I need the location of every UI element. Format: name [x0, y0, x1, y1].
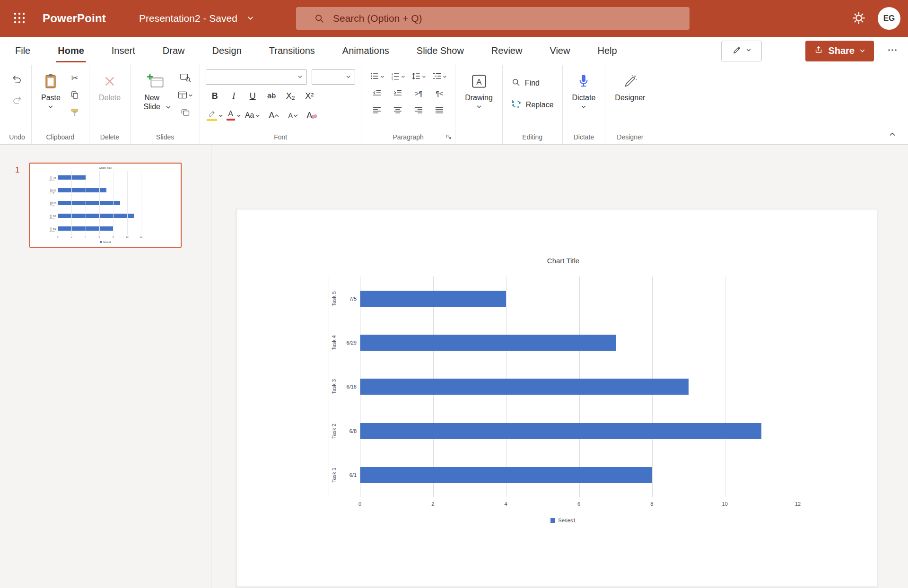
x-axis-tick-label: 8: [113, 235, 114, 238]
chart-title[interactable]: Chart Title: [329, 257, 798, 265]
tab-help[interactable]: Help: [595, 37, 619, 65]
justify-button[interactable]: [429, 104, 449, 118]
thumbnail-bar-row: Task 57/5: [30, 171, 181, 184]
numbering-button[interactable]: ​123: [388, 69, 408, 84]
multilevel-list-button[interactable]: [429, 69, 449, 84]
tab-draw[interactable]: Draw: [161, 37, 187, 65]
format-painter-button[interactable]: [66, 105, 83, 121]
chart-bar[interactable]: [360, 423, 761, 439]
x-axis-tick-label: 2: [71, 235, 72, 238]
x-axis-tick-label: 6: [99, 235, 100, 238]
rtl-paragraph-button[interactable]: ¶<: [429, 86, 449, 101]
slide-canvas[interactable]: Chart Title Task 57/5Task 46/29Task 36/1…: [236, 209, 877, 587]
superscript-button[interactable]: X²: [300, 88, 318, 104]
shrink-font-button[interactable]: A: [281, 107, 299, 123]
increase-indent-button[interactable]: [388, 86, 408, 101]
align-left-button[interactable]: [367, 104, 387, 118]
slide-thumbnail[interactable]: Chart Title Task 57/5Task 46/29Task 36/1…: [29, 163, 182, 248]
thumbnail-legend: Series1: [30, 241, 181, 243]
designer-label: Designer: [615, 94, 645, 103]
thumbnail-chart-title: Chart Title: [30, 166, 181, 169]
more-options-button[interactable]: [882, 41, 903, 61]
chart-bar[interactable]: [360, 335, 616, 351]
tab-slide-show[interactable]: Slide Show: [415, 37, 466, 65]
gridline: [798, 277, 798, 497]
new-slide-button[interactable]: New Slide: [136, 69, 175, 112]
date-axis-label: 6/1: [349, 472, 357, 478]
chart-bar[interactable]: [360, 291, 506, 307]
document-title[interactable]: Presentation2 - Saved: [139, 13, 254, 24]
legend-swatch: [550, 518, 555, 523]
chart-bar[interactable]: [360, 379, 689, 395]
app-header: PowerPoint Presentation2 - Saved EG: [0, 0, 908, 37]
clear-formatting-button[interactable]: A: [300, 107, 318, 123]
find-button[interactable]: Find: [508, 73, 557, 93]
ltr-paragraph-button[interactable]: >¶: [409, 86, 428, 101]
drawing-button[interactable]: A Drawing: [461, 69, 497, 112]
align-right-button[interactable]: [409, 104, 428, 118]
align-center-button[interactable]: [388, 104, 408, 118]
tab-home[interactable]: Home: [56, 37, 86, 65]
shrink-font-letter: A: [288, 112, 293, 119]
highlight-color-button[interactable]: [206, 107, 224, 123]
italic-button[interactable]: I: [225, 88, 243, 104]
line-spacing-button[interactable]: [409, 69, 428, 84]
tab-insert[interactable]: Insert: [110, 37, 137, 65]
app-launcher-button[interactable]: [8, 7, 31, 30]
paste-button[interactable]: Paste: [37, 69, 64, 112]
underline-button[interactable]: U: [244, 88, 262, 104]
chart-object[interactable]: Chart Title Task 57/5Task 46/29Task 36/1…: [329, 257, 802, 531]
duplicate-slide-icon: [181, 108, 190, 118]
subscript-button[interactable]: X₂: [281, 88, 299, 104]
reuse-slides-button[interactable]: [177, 70, 194, 86]
cut-button[interactable]: ✂: [66, 70, 83, 86]
date-axis-label: 7/5: [51, 176, 56, 179]
duplicate-slide-button[interactable]: [177, 105, 194, 121]
tab-animations[interactable]: Animations: [340, 37, 391, 65]
justify-icon: [435, 105, 444, 116]
account-avatar[interactable]: EG: [878, 7, 900, 30]
tab-file[interactable]: File: [13, 37, 32, 65]
settings-button[interactable]: [847, 6, 871, 31]
search-input[interactable]: [296, 7, 690, 30]
collapse-ribbon-button[interactable]: [885, 129, 899, 140]
chevron-down-icon: [380, 73, 384, 80]
strikethrough-button[interactable]: ab: [262, 88, 280, 104]
dictate-label: Dictate: [572, 94, 596, 103]
chevron-down-icon: [188, 92, 193, 99]
bullets-button[interactable]: [367, 69, 387, 84]
legend-label: Series1: [103, 241, 111, 243]
tab-review[interactable]: Review: [489, 37, 524, 65]
bold-button[interactable]: B: [206, 88, 224, 104]
replace-button[interactable]: ba Replace: [508, 95, 557, 115]
redo-button[interactable]: [9, 93, 26, 108]
share-button[interactable]: Share: [805, 41, 874, 61]
thumbnail-chart: Chart Title Task 57/5Task 46/29Task 36/1…: [30, 164, 181, 247]
change-case-button[interactable]: Aa: [244, 107, 262, 123]
slide-layout-button[interactable]: [177, 88, 194, 103]
x-axis-tick-label: 2: [431, 501, 434, 507]
caret-up-icon: [274, 110, 279, 120]
dictate-button[interactable]: Dictate: [568, 69, 600, 112]
grow-font-button[interactable]: A: [262, 107, 280, 123]
delete-button[interactable]: Delete: [95, 69, 124, 104]
ribbon-group-font: B I U ab X₂ X² A: [200, 65, 361, 144]
font-color-button[interactable]: A: [225, 107, 243, 123]
category-cell: Task 46/29: [329, 320, 360, 364]
chart-bar-row: [360, 409, 798, 453]
legend-label: Series1: [558, 518, 576, 523]
decrease-indent-button[interactable]: [367, 86, 387, 101]
ribbon-group-label: Designer: [605, 133, 655, 141]
chart-bar-row: [360, 365, 798, 409]
font-size-select[interactable]: [312, 69, 355, 85]
font-name-select[interactable]: [206, 69, 307, 85]
copy-button[interactable]: [66, 88, 83, 103]
replace-label: Replace: [526, 101, 554, 109]
designer-button[interactable]: Designer: [611, 69, 649, 104]
tab-design[interactable]: Design: [210, 37, 244, 65]
undo-button[interactable]: [9, 72, 26, 87]
pen-mode-button[interactable]: [721, 41, 762, 61]
tab-transitions[interactable]: Transitions: [267, 37, 317, 65]
chart-bar[interactable]: [360, 467, 652, 483]
tab-view[interactable]: View: [548, 37, 572, 65]
